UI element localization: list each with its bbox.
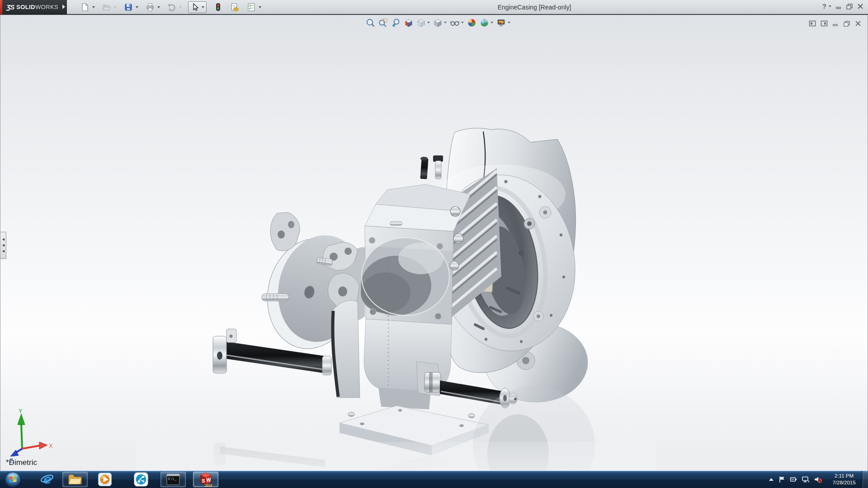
open-document-button[interactable]: [101, 1, 117, 13]
new-dropdown-arrow[interactable]: [92, 6, 95, 8]
undo-button[interactable]: [166, 1, 182, 13]
network-icon[interactable]: [802, 476, 810, 483]
display-style-dropdown-arrow[interactable]: [444, 22, 447, 23]
sw-letter-s: S: [202, 479, 205, 483]
print-button[interactable]: [145, 1, 160, 13]
new-document-button[interactable]: [80, 1, 95, 13]
close-button[interactable]: [857, 3, 863, 9]
restore-icon: [846, 3, 853, 9]
edit-appearance-button[interactable]: [466, 17, 477, 28]
apply-scene-dropdown-arrow[interactable]: [491, 22, 493, 23]
select-tool-button[interactable]: [188, 1, 207, 13]
collapse-arrow-icon: [2, 244, 5, 247]
power-battery-icon[interactable]: [790, 476, 797, 483]
sw-letter-w: W: [206, 478, 211, 483]
apply-scene-button[interactable]: [479, 17, 494, 28]
undo-dropdown-arrow[interactable]: [179, 6, 182, 8]
taskbar-item-media-player[interactable]: [92, 472, 118, 487]
minimize-icon: [835, 3, 842, 9]
document-window-controls: [809, 20, 861, 27]
logo-text-works: WORKS: [35, 4, 58, 10]
taskbar-item-composer[interactable]: [128, 472, 154, 487]
graphics-viewport[interactable]: Y X Z: [0, 15, 868, 471]
main-toolbar: [80, 0, 268, 14]
view-orientation-label: *Dimetric: [6, 458, 37, 467]
taskbar: e C:\_: [0, 471, 868, 488]
svg-text:e: e: [42, 472, 52, 486]
save-button[interactable]: [123, 1, 139, 13]
internet-explorer-icon: e: [40, 472, 54, 487]
taskbar-item-solidworks-2015[interactable]: S W 2015: [193, 472, 218, 487]
options-dropdown-arrow[interactable]: [259, 6, 261, 8]
zoom-to-area-button[interactable]: [377, 17, 389, 28]
engine-casing-model[interactable]: Y X Z: [0, 15, 868, 471]
traffic-light-icon: [213, 2, 223, 12]
restore-button[interactable]: [846, 3, 853, 9]
print-dropdown-arrow[interactable]: [157, 6, 160, 8]
display-style-button[interactable]: [432, 17, 448, 28]
options-icon: [246, 2, 256, 12]
select-cursor-icon: [190, 3, 199, 12]
orientation-triad: Y X Z: [9, 408, 53, 464]
prompt-text: C:\_: [168, 477, 177, 481]
apply-scene-icon: [480, 18, 489, 28]
save-icon: [123, 2, 133, 12]
minimize-document-icon[interactable]: [832, 20, 839, 27]
tray-clock[interactable]: 2:11 PM 7/28/2015: [826, 473, 862, 486]
view-orientation-button[interactable]: [415, 17, 431, 28]
new-document-icon: [80, 2, 90, 12]
help-dropdown-arrow[interactable]: [829, 5, 831, 7]
display-pane-right-icon[interactable]: [821, 20, 828, 27]
view-orientation-icon: [416, 18, 426, 28]
taskbar-item-internet-explorer[interactable]: e: [34, 472, 60, 487]
help-glyph: ?: [822, 2, 826, 10]
display-pane-left-icon[interactable]: [809, 20, 816, 27]
view-settings-dropdown-arrow[interactable]: [508, 22, 510, 23]
taskbar-item-windows-explorer[interactable]: [62, 472, 88, 487]
print-icon: [145, 2, 155, 12]
rebuild-button[interactable]: [212, 1, 223, 13]
taskbar-item-command-prompt[interactable]: C:\_: [160, 472, 186, 487]
close-document-icon[interactable]: [855, 20, 861, 27]
triad-x-label: X: [49, 442, 53, 449]
zoom-to-fit-icon: [366, 18, 375, 28]
zoom-to-fit-button[interactable]: [365, 17, 376, 28]
view-orientation-dropdown-arrow[interactable]: [427, 22, 430, 23]
hide-show-items-button[interactable]: [449, 17, 465, 28]
hide-show-dropdown-arrow[interactable]: [461, 22, 464, 23]
view-settings-button[interactable]: [495, 17, 511, 28]
select-dropdown-arrow[interactable]: [202, 6, 204, 8]
triad-y-label: Y: [19, 408, 23, 414]
menu-expand-arrow-icon[interactable]: [62, 5, 65, 9]
solidworks-2015-icon: S W 2015: [199, 472, 212, 487]
folder-icon: [68, 473, 82, 486]
sw-year: 2015: [204, 484, 212, 487]
collapse-arrow-icon: [2, 238, 5, 241]
start-button[interactable]: [5, 471, 21, 488]
logo-text-solid: SOLID: [16, 4, 35, 10]
view-settings-icon: [496, 18, 506, 28]
open-folder-icon: [102, 2, 112, 12]
file-properties-button[interactable]: [229, 1, 240, 13]
previous-view-icon: [391, 18, 401, 28]
save-dropdown-arrow[interactable]: [136, 6, 138, 8]
show-desktop-button[interactable]: [862, 471, 868, 488]
command-prompt-icon: C:\_: [166, 474, 180, 485]
display-style-icon: [433, 18, 443, 28]
minimize-button[interactable]: [835, 3, 842, 9]
clock-date: 7/28/2015: [826, 479, 862, 486]
restore-document-icon[interactable]: [843, 20, 850, 27]
feature-manager-collapsed-tab[interactable]: [0, 232, 6, 259]
action-center-flag-icon[interactable]: [778, 476, 786, 483]
solidworks-logo[interactable]: ƷS SOLID WORKS: [0, 0, 67, 14]
show-hidden-icons-button[interactable]: [768, 477, 774, 482]
file-properties-icon: [230, 2, 240, 12]
help-button[interactable]: ?: [822, 2, 831, 10]
options-button[interactable]: [246, 1, 262, 13]
previous-view-button[interactable]: [390, 17, 401, 28]
collapse-arrow-icon: [2, 250, 5, 253]
open-dropdown-arrow[interactable]: [114, 6, 117, 8]
clock-time: 2:11 PM: [826, 473, 862, 479]
volume-muted-icon[interactable]: [814, 476, 822, 483]
section-view-button[interactable]: [403, 17, 414, 28]
